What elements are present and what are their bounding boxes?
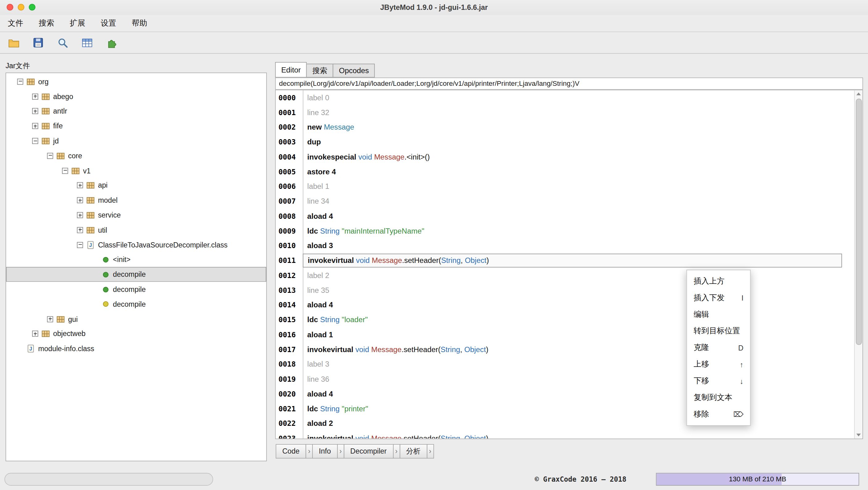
bytecode-row[interactable]: 0023invokevirtual void Message.setHeader… [276,431,854,439]
toolbar [0,31,868,54]
menu-item[interactable]: 扩展 [62,18,93,28]
menu-bar: 文件搜索扩展设置帮助 [0,15,868,31]
tree-item-label: ClassFileToJavaSourceDecompiler.class [98,241,228,249]
tree-item[interactable]: core [6,148,266,163]
tree-item[interactable]: org [6,74,266,89]
context-menu-item[interactable]: 克隆D [687,339,750,356]
bytecode-row[interactable]: 0009ldc String "mainInternalTypeName" [276,224,854,239]
bottom-tab-analysis[interactable]: 分析 [399,444,427,459]
scroll-up-button[interactable] [855,90,863,98]
expand-icon[interactable] [32,331,38,337]
line-number: 0015 [276,316,303,324]
tree-item[interactable]: antlr [6,104,266,119]
close-window-button[interactable] [7,4,13,11]
app-window: JByteMod 1.9.0 - jd-gui-1.6.6.jar 文件搜索扩展… [0,0,868,490]
expand-icon[interactable] [77,182,83,188]
bytecode-row[interactable]: 0010aload 3 [276,239,854,253]
zoom-window-button[interactable] [29,4,35,11]
menu-item[interactable]: 搜索 [31,18,62,28]
expand-icon[interactable] [32,123,38,129]
tree-item[interactable]: jd [6,133,266,148]
bytecode-row[interactable]: 0021ldc String "printer" [276,401,854,416]
bottom-tab-info[interactable]: Info [312,444,337,459]
tree-item[interactable]: fife [6,119,266,133]
bottom-tab-code[interactable]: Code [276,444,306,459]
expand-icon[interactable] [77,212,83,218]
context-menu-item[interactable]: 下移↓ [687,373,750,390]
context-menu-item[interactable]: 上移↑ [687,356,750,373]
bytecode-row[interactable]: 0011invokevirtual void Message.setHeader… [276,253,854,268]
expand-icon[interactable] [77,227,83,233]
tree-item[interactable]: JClassFileToJavaSourceDecompiler.class [6,237,266,252]
collapse-icon[interactable] [32,138,38,144]
context-menu-item[interactable]: 复制到文本 [687,390,750,406]
tab-opcodes[interactable]: Opcodes [333,64,375,78]
bytecode-row[interactable]: 0001line 32 [276,105,854,120]
tree-item[interactable]: decompile [6,297,266,312]
tree-item[interactable]: model [6,193,266,208]
context-menu-item[interactable]: 插入下发I [687,290,750,306]
scrollbar[interactable] [854,90,863,439]
line-number: 0002 [276,123,303,131]
bytecode-row[interactable]: 0020aload 4 [276,387,854,401]
tree-item[interactable]: service [6,208,266,222]
table-button[interactable] [80,35,94,50]
scrollbar-thumb[interactable] [856,98,862,345]
search-icon [57,37,68,48]
expand-icon[interactable] [32,108,38,115]
menu-item[interactable]: 帮助 [124,18,155,28]
tree-item[interactable]: <init> [6,252,266,267]
package-icon [86,226,95,234]
expand-icon[interactable] [77,197,83,203]
menu-item[interactable]: 设置 [93,18,124,28]
context-menu-item[interactable]: 插入上方 [687,273,750,290]
bytecode-row[interactable]: 0003dup [276,135,854,150]
bytecode-row[interactable]: 0005astore 4 [276,164,854,179]
window-controls [7,4,35,11]
open-folder-button[interactable] [7,35,21,50]
tab-editor[interactable]: Editor [275,62,307,78]
bytecode-row[interactable]: 0007line 34 [276,194,854,209]
bytecode-row[interactable]: 0004invokespecial void Message.<init>() [276,150,854,164]
tree-item[interactable]: gui [6,312,266,327]
menu-item[interactable]: 文件 [0,18,31,28]
tree-item[interactable]: decompile [6,267,266,282]
collapse-icon[interactable] [17,79,24,85]
bytecode-row[interactable]: 0019line 36 [276,372,854,387]
bytecode-row[interactable]: 0014aload 4 [276,298,854,313]
tree-item[interactable]: v1 [6,163,266,178]
expand-icon[interactable] [32,93,38,100]
collapse-icon[interactable] [77,242,83,248]
bytecode-row[interactable]: 0008aload 4 [276,209,854,224]
bytecode-row[interactable]: 0015ldc String "loader" [276,313,854,327]
expand-icon[interactable] [47,316,53,322]
tree-item[interactable]: objectweb [6,327,266,341]
bytecode-row[interactable]: 0000label 0 [276,90,854,105]
tree-item[interactable]: api [6,178,266,193]
bytecode-row[interactable]: 0017invokevirtual void Message.setHeader… [276,342,854,357]
tree-item[interactable]: util [6,222,266,237]
scroll-down-button[interactable] [855,431,863,438]
collapse-icon[interactable] [47,153,53,159]
plugin-button[interactable] [104,35,119,50]
save-button[interactable] [31,35,45,50]
context-menu-item[interactable]: 编辑 [687,306,750,323]
collapse-icon[interactable] [62,167,68,174]
bytecode-row[interactable]: 0006label 1 [276,179,854,194]
bytecode-row[interactable]: 0002new Message [276,120,854,135]
bytecode-row[interactable]: 0016aload 1 [276,327,854,342]
bottom-tab-decompiler[interactable]: Decompiler [344,444,393,459]
instruction-text: invokevirtual void Message.setHeader(Str… [303,254,842,268]
context-menu-item[interactable]: 移除⌦ [687,406,750,422]
bytecode-row[interactable]: 0018label 3 [276,357,854,372]
tree-item[interactable]: decompile [6,282,266,297]
bytecode-row[interactable]: 0013line 35 [276,283,854,298]
context-menu-item[interactable]: 转到目标位置 [687,323,750,339]
tree-item[interactable]: Jmodule-info.class [6,341,266,356]
minimize-window-button[interactable] [18,4,24,11]
search-button[interactable] [55,35,70,50]
bytecode-row[interactable]: 0012label 2 [276,268,854,283]
tree-item[interactable]: abego [6,89,266,104]
bytecode-row[interactable]: 0022aload 2 [276,416,854,431]
tab-search[interactable]: 搜索 [306,64,334,78]
